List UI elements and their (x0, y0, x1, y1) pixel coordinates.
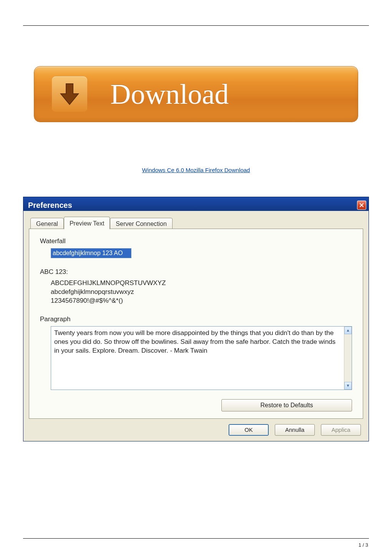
download-page-link[interactable]: Windows Ce 6.0 Mozilla Firefox Download (0, 167, 392, 173)
dialog-body: General Preview Text Server Connection W… (23, 211, 369, 441)
close-button[interactable] (357, 201, 366, 210)
paragraph-row: Paragraph Twenty years from now you will… (40, 315, 352, 390)
dialog-title: Preferences (28, 201, 72, 210)
scroll-down-button[interactable]: ▼ (344, 382, 352, 390)
restore-row: Restore to Defaults (40, 399, 352, 411)
abc123-line-1: ABCDEFGHIJKLMNOPQRSTUVWXYZ (51, 279, 352, 288)
abc123-label: ABC 123: (40, 268, 352, 276)
download-arrow-icon (59, 82, 80, 106)
tab-server-connection[interactable]: Server Connection (110, 218, 173, 230)
download-button[interactable]: Download (34, 66, 358, 122)
chevron-up-icon: ▲ (346, 328, 350, 332)
tab-general[interactable]: General (30, 218, 64, 230)
paragraph-textarea[interactable]: Twenty years from now you will be more d… (51, 326, 352, 390)
close-icon (359, 203, 364, 207)
download-label: Download (110, 78, 229, 111)
abc123-block: ABCDEFGHIJKLMNOPQRSTUVWXYZ abcdefghijklm… (51, 279, 352, 305)
apply-button: Applica (321, 424, 361, 436)
paragraph-label: Paragraph (40, 315, 352, 323)
waterfall-row: Waterfall (40, 237, 352, 258)
waterfall-input[interactable] (51, 248, 131, 258)
scroll-track[interactable] (344, 334, 352, 382)
abc123-row: ABC 123: ABCDEFGHIJKLMNOPQRSTUVWXYZ abcd… (40, 268, 352, 305)
tabstrip: General Preview Text Server Connection (29, 216, 363, 229)
scrollbar[interactable]: ▲ ▼ (344, 327, 352, 390)
page-bottom-rule (23, 538, 369, 539)
dialog-button-row: OK Annulla Applica (29, 419, 363, 436)
ok-button[interactable]: OK (229, 424, 269, 436)
paragraph-text: Twenty years from now you will be more d… (51, 327, 344, 390)
abc123-line-3: 1234567890!@#$%^&*() (51, 297, 352, 305)
page-top-rule (23, 25, 369, 26)
tab-preview-text[interactable]: Preview Text (64, 217, 110, 229)
cancel-button[interactable]: Annulla (275, 424, 315, 436)
scroll-up-button[interactable]: ▲ (344, 327, 352, 334)
dialog-titlebar: Preferences (23, 197, 369, 211)
tab-page-preview-text: Waterfall ABC 123: ABCDEFGHIJKLMNOPQRSTU… (29, 229, 363, 419)
abc123-line-2: abcdefghijklmnopqrstuvwxyz (51, 288, 352, 297)
preferences-dialog: Preferences General Preview Text Server … (23, 197, 369, 441)
waterfall-label: Waterfall (40, 237, 352, 245)
restore-defaults-button[interactable]: Restore to Defaults (221, 399, 352, 411)
page-number: 1 / 3 (359, 542, 368, 548)
chevron-down-icon: ▼ (346, 384, 350, 388)
download-icon-box (52, 76, 87, 112)
download-button-wrap: Download (34, 66, 358, 122)
